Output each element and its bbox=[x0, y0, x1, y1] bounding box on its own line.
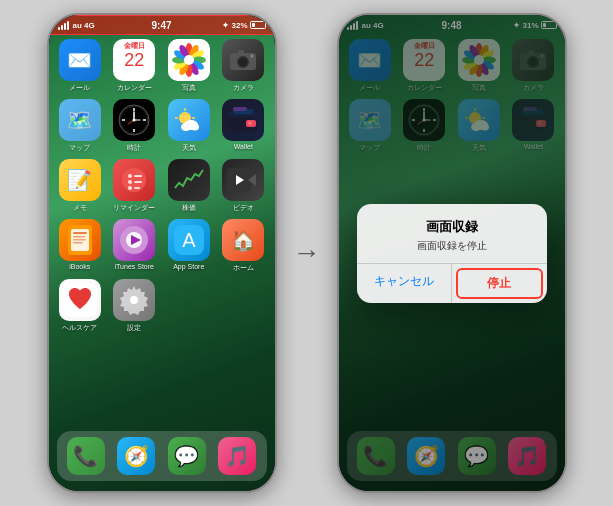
bluetooth-icon: ✦ bbox=[222, 21, 229, 30]
safari-icon: 🧭 bbox=[117, 437, 155, 475]
battery-icon-left bbox=[250, 21, 266, 29]
dock-safari[interactable]: 🧭 bbox=[117, 437, 155, 475]
wallet-icon bbox=[222, 99, 264, 141]
app-video[interactable]: ビデオ bbox=[218, 159, 269, 213]
dialog-stop-button[interactable]: 停止 bbox=[456, 268, 543, 299]
bar2 bbox=[61, 25, 63, 30]
maps-label: マップ bbox=[69, 143, 90, 153]
health-icon bbox=[59, 279, 101, 321]
music-icon: 🎵 bbox=[218, 437, 256, 475]
itunes-icon bbox=[113, 219, 155, 261]
main-container: au 4G 9:47 ✦ 32% ✉️ メール bbox=[0, 0, 613, 506]
bar1 bbox=[58, 27, 60, 30]
clock-icon bbox=[113, 99, 155, 141]
svg-point-43 bbox=[122, 168, 146, 192]
app-appstore[interactable]: A App Store bbox=[164, 219, 215, 273]
app-maps[interactable]: 🗺️ マップ bbox=[55, 99, 106, 153]
svg-point-46 bbox=[128, 186, 132, 190]
settings-label: 設定 bbox=[127, 323, 141, 333]
status-left-info: au 4G bbox=[58, 20, 95, 30]
reminder-label: リマインダー bbox=[113, 203, 155, 213]
reminder-icon bbox=[113, 159, 155, 201]
bar4 bbox=[67, 21, 69, 30]
phone-right-screen: au 4G 9:48 ✦ 31% ✉️ メール bbox=[339, 15, 565, 491]
camera-icon bbox=[222, 39, 264, 81]
app-home[interactable]: 🏠 ホーム bbox=[218, 219, 269, 273]
dialog-content: 画面収録 画面収録を停止 bbox=[357, 204, 547, 263]
dialog-cancel-button[interactable]: キャンセル bbox=[357, 264, 453, 303]
svg-rect-55 bbox=[73, 232, 87, 234]
dock-left: 📞 🧭 💬 🎵 bbox=[57, 431, 267, 481]
maps-icon: 🗺️ bbox=[59, 99, 101, 141]
phone-icon: 📞 bbox=[67, 437, 105, 475]
phone-left: au 4G 9:47 ✦ 32% ✉️ メール bbox=[47, 13, 277, 493]
svg-point-28 bbox=[133, 119, 136, 122]
calendar-icon: 金曜日 22 bbox=[113, 39, 155, 81]
svg-rect-58 bbox=[73, 242, 83, 244]
bar3 bbox=[64, 23, 66, 30]
wallet-label: Wallet bbox=[234, 143, 253, 150]
signal-bars bbox=[58, 20, 69, 30]
video-label: ビデオ bbox=[233, 203, 254, 213]
app-clock[interactable]: 時計 bbox=[109, 99, 160, 153]
svg-point-42 bbox=[248, 121, 252, 125]
app-calendar[interactable]: 金曜日 22 カレンダー bbox=[109, 39, 160, 93]
app-mail[interactable]: ✉️ メール bbox=[55, 39, 106, 93]
svg-point-35 bbox=[181, 123, 191, 131]
status-right-info: ✦ 32% bbox=[222, 21, 265, 30]
home-label: ホーム bbox=[233, 263, 254, 273]
dialog-box: 画面収録 画面収録を停止 キャンセル 停止 bbox=[357, 204, 547, 303]
app-stocks[interactable]: 株価 bbox=[164, 159, 215, 213]
app-memo[interactable]: 📝 メモ bbox=[55, 159, 106, 213]
svg-point-36 bbox=[191, 124, 199, 131]
svg-point-18 bbox=[251, 55, 254, 58]
calendar-label: カレンダー bbox=[117, 83, 152, 93]
phone-right: au 4G 9:48 ✦ 31% ✉️ メール bbox=[337, 13, 567, 493]
photos-icon bbox=[168, 39, 210, 81]
dialog-message: 画面収録を停止 bbox=[369, 239, 535, 253]
app-wallet[interactable]: Wallet bbox=[218, 99, 269, 153]
camera-label: カメラ bbox=[233, 83, 254, 93]
svg-rect-17 bbox=[238, 50, 244, 54]
appstore-label: App Store bbox=[173, 263, 204, 270]
arrow-indicator: → bbox=[293, 237, 321, 269]
svg-rect-48 bbox=[134, 181, 142, 183]
dialog-stop-button-wrap: 停止 bbox=[452, 264, 547, 303]
dialog-buttons: キャンセル 停止 bbox=[357, 263, 547, 303]
dock-messages[interactable]: 💬 bbox=[168, 437, 206, 475]
mail-icon: ✉️ bbox=[59, 39, 101, 81]
status-bar-left: au 4G 9:47 ✦ 32% bbox=[49, 15, 275, 35]
stocks-icon bbox=[168, 159, 210, 201]
app-settings[interactable]: 設定 bbox=[109, 279, 160, 333]
dock-phone[interactable]: 📞 bbox=[67, 437, 105, 475]
app-grid-left: ✉️ メール 金曜日 22 カレンダー bbox=[49, 35, 275, 337]
app-camera[interactable]: カメラ bbox=[218, 39, 269, 93]
appstore-icon: A bbox=[168, 219, 210, 261]
app-reminder[interactable]: リマインダー bbox=[109, 159, 160, 213]
memo-label: メモ bbox=[73, 203, 87, 213]
phone-left-screen: au 4G 9:47 ✦ 32% ✉️ メール bbox=[49, 15, 275, 491]
time-left: 9:47 bbox=[151, 20, 171, 31]
memo-icon: 📝 bbox=[59, 159, 101, 201]
video-icon bbox=[222, 159, 264, 201]
svg-rect-47 bbox=[134, 175, 142, 177]
svg-point-45 bbox=[128, 180, 132, 184]
itunes-label: iTunes Store bbox=[115, 263, 154, 270]
battery-percent-left: 32% bbox=[231, 21, 247, 30]
svg-rect-49 bbox=[134, 187, 140, 189]
svg-point-13 bbox=[184, 55, 194, 65]
app-ibooks[interactable]: iBooks bbox=[55, 219, 106, 273]
app-photos[interactable]: 写真 bbox=[164, 39, 215, 93]
battery-fill-left bbox=[252, 23, 256, 27]
dialog-title: 画面収録 bbox=[369, 218, 535, 236]
dock-music[interactable]: 🎵 bbox=[218, 437, 256, 475]
settings-icon bbox=[113, 279, 155, 321]
health-label: ヘルスケア bbox=[62, 323, 97, 333]
app-health[interactable]: ヘルスケア bbox=[55, 279, 106, 333]
weather-label: 天気 bbox=[182, 143, 196, 153]
svg-text:A: A bbox=[182, 229, 196, 251]
app-itunes[interactable]: iTunes Store bbox=[109, 219, 160, 273]
clock-label: 時計 bbox=[127, 143, 141, 153]
svg-rect-56 bbox=[73, 236, 85, 238]
app-weather[interactable]: 天気 bbox=[164, 99, 215, 153]
